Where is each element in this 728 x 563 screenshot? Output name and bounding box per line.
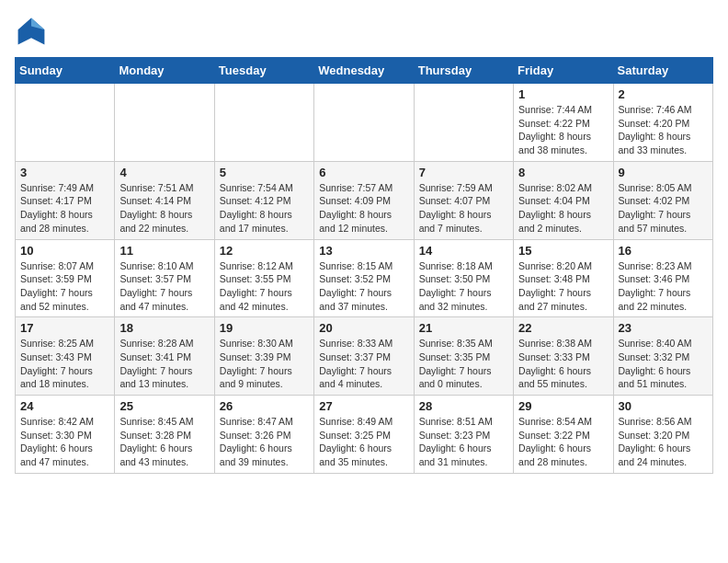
day-number: 10 xyxy=(20,244,109,258)
day-cell: 20Sunrise: 8:33 AM Sunset: 3:37 PM Dayli… xyxy=(314,317,414,396)
day-number: 9 xyxy=(619,166,708,179)
day-info: Sunrise: 7:49 AM Sunset: 4:17 PM Dayligh… xyxy=(20,181,109,236)
week-row-3: 10Sunrise: 8:07 AM Sunset: 3:59 PM Dayli… xyxy=(16,239,713,317)
column-header-sunday: Sunday xyxy=(16,58,115,84)
day-number: 1 xyxy=(518,87,608,101)
day-number: 11 xyxy=(119,244,209,258)
column-header-wednesday: Wednesday xyxy=(314,58,414,84)
day-cell: 29Sunrise: 8:54 AM Sunset: 3:22 PM Dayli… xyxy=(514,396,613,474)
column-header-tuesday: Tuesday xyxy=(214,58,313,84)
day-cell: 12Sunrise: 8:12 AM Sunset: 3:55 PM Dayli… xyxy=(214,239,313,317)
day-info: Sunrise: 8:02 AM Sunset: 4:04 PM Dayligh… xyxy=(518,181,608,236)
day-number: 14 xyxy=(419,244,508,258)
day-number: 23 xyxy=(619,321,708,335)
day-info: Sunrise: 7:51 AM Sunset: 4:14 PM Dayligh… xyxy=(119,181,209,236)
day-cell: 27Sunrise: 8:49 AM Sunset: 3:25 PM Dayli… xyxy=(314,396,414,474)
day-cell: 8Sunrise: 8:02 AM Sunset: 4:04 PM Daylig… xyxy=(514,161,613,239)
day-cell: 18Sunrise: 8:28 AM Sunset: 3:41 PM Dayli… xyxy=(115,317,214,396)
day-info: Sunrise: 8:54 AM Sunset: 3:22 PM Dayligh… xyxy=(518,415,608,469)
day-cell: 26Sunrise: 8:47 AM Sunset: 3:26 PM Dayli… xyxy=(214,396,313,474)
column-header-thursday: Thursday xyxy=(414,58,513,84)
calendar-body: 1Sunrise: 7:44 AM Sunset: 4:22 PM Daylig… xyxy=(16,84,713,474)
day-cell: 17Sunrise: 8:25 AM Sunset: 3:43 PM Dayli… xyxy=(16,317,115,396)
day-info: Sunrise: 7:44 AM Sunset: 4:22 PM Dayligh… xyxy=(518,103,608,157)
day-number: 5 xyxy=(220,166,309,179)
day-cell: 6Sunrise: 7:57 AM Sunset: 4:09 PM Daylig… xyxy=(314,161,414,239)
day-number: 25 xyxy=(119,399,209,413)
column-header-monday: Monday xyxy=(115,58,214,84)
day-cell: 16Sunrise: 8:23 AM Sunset: 3:46 PM Dayli… xyxy=(613,239,712,317)
day-cell: 2Sunrise: 7:46 AM Sunset: 4:20 PM Daylig… xyxy=(613,84,712,162)
day-info: Sunrise: 8:30 AM Sunset: 3:39 PM Dayligh… xyxy=(220,337,309,391)
day-cell: 13Sunrise: 8:15 AM Sunset: 3:52 PM Dayli… xyxy=(314,239,414,317)
day-number: 18 xyxy=(119,321,209,335)
calendar-header: SundayMondayTuesdayWednesdayThursdayFrid… xyxy=(16,58,713,84)
day-cell: 7Sunrise: 7:59 AM Sunset: 4:07 PM Daylig… xyxy=(414,161,513,239)
day-number: 4 xyxy=(119,166,209,179)
day-info: Sunrise: 8:47 AM Sunset: 3:26 PM Dayligh… xyxy=(220,415,309,469)
day-info: Sunrise: 8:23 AM Sunset: 3:46 PM Dayligh… xyxy=(619,259,708,314)
day-info: Sunrise: 8:07 AM Sunset: 3:59 PM Dayligh… xyxy=(20,259,109,314)
logo xyxy=(15,15,53,48)
day-info: Sunrise: 7:54 AM Sunset: 4:12 PM Dayligh… xyxy=(220,181,309,236)
day-number: 21 xyxy=(419,321,508,335)
day-cell xyxy=(214,84,313,162)
day-cell: 14Sunrise: 8:18 AM Sunset: 3:50 PM Dayli… xyxy=(414,239,513,317)
day-cell: 10Sunrise: 8:07 AM Sunset: 3:59 PM Dayli… xyxy=(16,239,115,317)
day-info: Sunrise: 8:51 AM Sunset: 3:23 PM Dayligh… xyxy=(419,415,508,469)
day-cell xyxy=(414,84,513,162)
day-info: Sunrise: 8:35 AM Sunset: 3:35 PM Dayligh… xyxy=(419,337,508,391)
day-cell: 4Sunrise: 7:51 AM Sunset: 4:14 PM Daylig… xyxy=(115,161,214,239)
day-info: Sunrise: 8:33 AM Sunset: 3:37 PM Dayligh… xyxy=(319,337,408,391)
day-cell: 15Sunrise: 8:20 AM Sunset: 3:48 PM Dayli… xyxy=(514,239,613,317)
day-number: 16 xyxy=(619,244,708,258)
day-info: Sunrise: 8:10 AM Sunset: 3:57 PM Dayligh… xyxy=(119,259,209,314)
day-info: Sunrise: 8:38 AM Sunset: 3:33 PM Dayligh… xyxy=(518,337,608,391)
day-number: 8 xyxy=(518,166,608,179)
day-number: 7 xyxy=(419,166,508,179)
day-cell: 19Sunrise: 8:30 AM Sunset: 3:39 PM Dayli… xyxy=(214,317,313,396)
day-info: Sunrise: 8:40 AM Sunset: 3:32 PM Dayligh… xyxy=(619,337,708,391)
day-info: Sunrise: 8:45 AM Sunset: 3:28 PM Dayligh… xyxy=(119,415,209,469)
day-number: 30 xyxy=(619,399,708,413)
day-number: 20 xyxy=(319,321,408,335)
day-cell: 22Sunrise: 8:38 AM Sunset: 3:33 PM Dayli… xyxy=(514,317,613,396)
day-info: Sunrise: 7:57 AM Sunset: 4:09 PM Dayligh… xyxy=(319,181,408,236)
day-number: 22 xyxy=(518,321,608,335)
day-cell: 23Sunrise: 8:40 AM Sunset: 3:32 PM Dayli… xyxy=(613,317,712,396)
week-row-4: 17Sunrise: 8:25 AM Sunset: 3:43 PM Dayli… xyxy=(16,317,713,396)
day-info: Sunrise: 7:59 AM Sunset: 4:07 PM Dayligh… xyxy=(419,181,508,236)
day-number: 6 xyxy=(319,166,408,179)
day-info: Sunrise: 8:20 AM Sunset: 3:48 PM Dayligh… xyxy=(518,259,608,314)
day-info: Sunrise: 8:15 AM Sunset: 3:52 PM Dayligh… xyxy=(319,259,408,314)
day-cell: 11Sunrise: 8:10 AM Sunset: 3:57 PM Dayli… xyxy=(115,239,214,317)
day-info: Sunrise: 8:25 AM Sunset: 3:43 PM Dayligh… xyxy=(20,337,109,391)
header xyxy=(15,15,713,48)
column-header-friday: Friday xyxy=(514,58,613,84)
day-cell: 5Sunrise: 7:54 AM Sunset: 4:12 PM Daylig… xyxy=(214,161,313,239)
day-number: 17 xyxy=(20,321,109,335)
week-row-2: 3Sunrise: 7:49 AM Sunset: 4:17 PM Daylig… xyxy=(16,161,713,239)
day-number: 12 xyxy=(220,244,309,258)
week-row-1: 1Sunrise: 7:44 AM Sunset: 4:22 PM Daylig… xyxy=(16,84,713,162)
day-cell: 3Sunrise: 7:49 AM Sunset: 4:17 PM Daylig… xyxy=(16,161,115,239)
day-info: Sunrise: 8:49 AM Sunset: 3:25 PM Dayligh… xyxy=(319,415,408,469)
day-number: 3 xyxy=(20,166,109,179)
day-number: 13 xyxy=(319,244,408,258)
day-number: 26 xyxy=(220,399,309,413)
logo-icon xyxy=(15,15,48,48)
day-info: Sunrise: 8:42 AM Sunset: 3:30 PM Dayligh… xyxy=(20,415,109,469)
day-cell xyxy=(314,84,414,162)
day-info: Sunrise: 8:28 AM Sunset: 3:41 PM Dayligh… xyxy=(119,337,209,391)
column-header-saturday: Saturday xyxy=(613,58,712,84)
day-cell xyxy=(115,84,214,162)
day-cell: 21Sunrise: 8:35 AM Sunset: 3:35 PM Dayli… xyxy=(414,317,513,396)
day-info: Sunrise: 8:05 AM Sunset: 4:02 PM Dayligh… xyxy=(619,181,708,236)
day-info: Sunrise: 8:56 AM Sunset: 3:20 PM Dayligh… xyxy=(619,415,708,469)
day-number: 29 xyxy=(518,399,608,413)
day-cell xyxy=(16,84,115,162)
day-info: Sunrise: 8:12 AM Sunset: 3:55 PM Dayligh… xyxy=(220,259,309,314)
day-number: 15 xyxy=(518,244,608,258)
day-number: 28 xyxy=(419,399,508,413)
day-cell: 1Sunrise: 7:44 AM Sunset: 4:22 PM Daylig… xyxy=(514,84,613,162)
